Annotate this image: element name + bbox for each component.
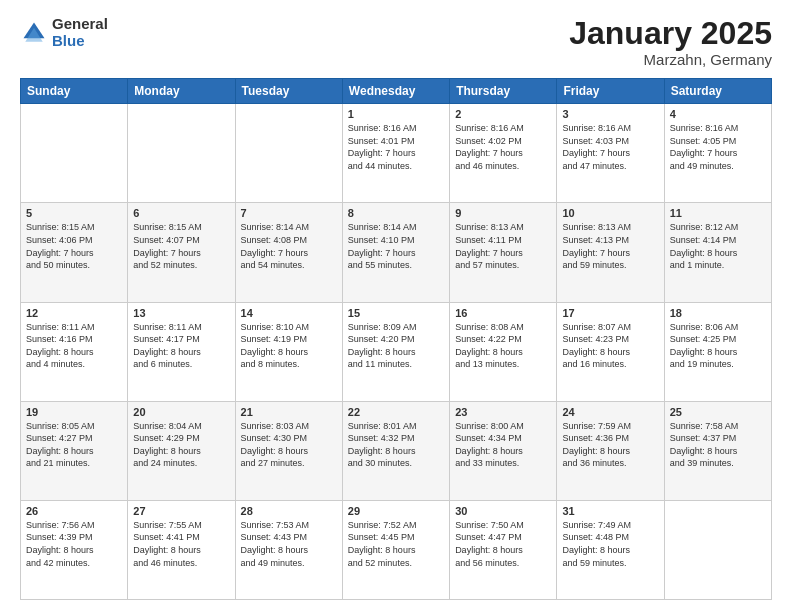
day-info: Sunrise: 8:14 AM Sunset: 4:08 PM Dayligh… [241,221,337,271]
header: General Blue January 2025 Marzahn, Germa… [20,16,772,68]
day-number: 5 [26,207,122,219]
day-info: Sunrise: 7:49 AM Sunset: 4:48 PM Dayligh… [562,519,658,569]
day-number: 14 [241,307,337,319]
day-number: 24 [562,406,658,418]
calendar-cell [235,104,342,203]
day-number: 16 [455,307,551,319]
calendar-cell: 20Sunrise: 8:04 AM Sunset: 4:29 PM Dayli… [128,401,235,500]
calendar-cell: 18Sunrise: 8:06 AM Sunset: 4:25 PM Dayli… [664,302,771,401]
calendar-cell: 25Sunrise: 7:58 AM Sunset: 4:37 PM Dayli… [664,401,771,500]
day-number: 1 [348,108,444,120]
day-info: Sunrise: 7:59 AM Sunset: 4:36 PM Dayligh… [562,420,658,470]
day-info: Sunrise: 8:13 AM Sunset: 4:13 PM Dayligh… [562,221,658,271]
title-block: January 2025 Marzahn, Germany [569,16,772,68]
calendar-cell [128,104,235,203]
day-info: Sunrise: 8:11 AM Sunset: 4:16 PM Dayligh… [26,321,122,371]
day-number: 22 [348,406,444,418]
day-info: Sunrise: 7:56 AM Sunset: 4:39 PM Dayligh… [26,519,122,569]
day-info: Sunrise: 8:11 AM Sunset: 4:17 PM Dayligh… [133,321,229,371]
day-number: 23 [455,406,551,418]
logo: General Blue [20,16,108,49]
day-number: 4 [670,108,766,120]
day-info: Sunrise: 8:01 AM Sunset: 4:32 PM Dayligh… [348,420,444,470]
day-number: 17 [562,307,658,319]
calendar-cell: 24Sunrise: 7:59 AM Sunset: 4:36 PM Dayli… [557,401,664,500]
day-number: 15 [348,307,444,319]
day-number: 19 [26,406,122,418]
day-header-sunday: Sunday [21,79,128,104]
week-row-2: 5Sunrise: 8:15 AM Sunset: 4:06 PM Daylig… [21,203,772,302]
page: General Blue January 2025 Marzahn, Germa… [0,0,792,612]
day-number: 20 [133,406,229,418]
day-number: 13 [133,307,229,319]
day-info: Sunrise: 8:14 AM Sunset: 4:10 PM Dayligh… [348,221,444,271]
calendar-cell: 13Sunrise: 8:11 AM Sunset: 4:17 PM Dayli… [128,302,235,401]
week-row-1: 1Sunrise: 8:16 AM Sunset: 4:01 PM Daylig… [21,104,772,203]
day-info: Sunrise: 7:55 AM Sunset: 4:41 PM Dayligh… [133,519,229,569]
week-row-5: 26Sunrise: 7:56 AM Sunset: 4:39 PM Dayli… [21,500,772,599]
calendar-cell: 5Sunrise: 8:15 AM Sunset: 4:06 PM Daylig… [21,203,128,302]
calendar-cell: 9Sunrise: 8:13 AM Sunset: 4:11 PM Daylig… [450,203,557,302]
day-number: 2 [455,108,551,120]
calendar-cell: 26Sunrise: 7:56 AM Sunset: 4:39 PM Dayli… [21,500,128,599]
calendar-cell: 16Sunrise: 8:08 AM Sunset: 4:22 PM Dayli… [450,302,557,401]
calendar-cell: 21Sunrise: 8:03 AM Sunset: 4:30 PM Dayli… [235,401,342,500]
day-number: 11 [670,207,766,219]
calendar-cell: 8Sunrise: 8:14 AM Sunset: 4:10 PM Daylig… [342,203,449,302]
day-header-wednesday: Wednesday [342,79,449,104]
calendar-location: Marzahn, Germany [569,51,772,68]
day-header-thursday: Thursday [450,79,557,104]
calendar-cell: 15Sunrise: 8:09 AM Sunset: 4:20 PM Dayli… [342,302,449,401]
calendar-cell [21,104,128,203]
day-number: 9 [455,207,551,219]
day-number: 29 [348,505,444,517]
logo-icon [20,19,48,47]
day-header-monday: Monday [128,79,235,104]
day-number: 26 [26,505,122,517]
calendar-cell: 30Sunrise: 7:50 AM Sunset: 4:47 PM Dayli… [450,500,557,599]
day-number: 30 [455,505,551,517]
day-info: Sunrise: 8:16 AM Sunset: 4:01 PM Dayligh… [348,122,444,172]
day-info: Sunrise: 8:15 AM Sunset: 4:06 PM Dayligh… [26,221,122,271]
day-number: 6 [133,207,229,219]
calendar-cell: 22Sunrise: 8:01 AM Sunset: 4:32 PM Dayli… [342,401,449,500]
day-info: Sunrise: 8:16 AM Sunset: 4:02 PM Dayligh… [455,122,551,172]
calendar-cell: 14Sunrise: 8:10 AM Sunset: 4:19 PM Dayli… [235,302,342,401]
calendar-cell: 19Sunrise: 8:05 AM Sunset: 4:27 PM Dayli… [21,401,128,500]
calendar-cell: 7Sunrise: 8:14 AM Sunset: 4:08 PM Daylig… [235,203,342,302]
logo-blue-text: Blue [52,33,108,50]
calendar-cell [664,500,771,599]
day-info: Sunrise: 8:15 AM Sunset: 4:07 PM Dayligh… [133,221,229,271]
calendar-cell: 17Sunrise: 8:07 AM Sunset: 4:23 PM Dayli… [557,302,664,401]
calendar-cell: 4Sunrise: 8:16 AM Sunset: 4:05 PM Daylig… [664,104,771,203]
day-info: Sunrise: 8:06 AM Sunset: 4:25 PM Dayligh… [670,321,766,371]
calendar-cell: 23Sunrise: 8:00 AM Sunset: 4:34 PM Dayli… [450,401,557,500]
day-info: Sunrise: 8:10 AM Sunset: 4:19 PM Dayligh… [241,321,337,371]
day-info: Sunrise: 8:12 AM Sunset: 4:14 PM Dayligh… [670,221,766,271]
calendar-cell: 6Sunrise: 8:15 AM Sunset: 4:07 PM Daylig… [128,203,235,302]
day-info: Sunrise: 8:16 AM Sunset: 4:05 PM Dayligh… [670,122,766,172]
day-header-tuesday: Tuesday [235,79,342,104]
day-info: Sunrise: 8:00 AM Sunset: 4:34 PM Dayligh… [455,420,551,470]
calendar-cell: 2Sunrise: 8:16 AM Sunset: 4:02 PM Daylig… [450,104,557,203]
calendar-cell: 27Sunrise: 7:55 AM Sunset: 4:41 PM Dayli… [128,500,235,599]
day-number: 8 [348,207,444,219]
day-info: Sunrise: 8:05 AM Sunset: 4:27 PM Dayligh… [26,420,122,470]
day-number: 18 [670,307,766,319]
day-number: 21 [241,406,337,418]
day-number: 7 [241,207,337,219]
calendar-cell: 3Sunrise: 8:16 AM Sunset: 4:03 PM Daylig… [557,104,664,203]
day-info: Sunrise: 8:08 AM Sunset: 4:22 PM Dayligh… [455,321,551,371]
calendar-cell: 31Sunrise: 7:49 AM Sunset: 4:48 PM Dayli… [557,500,664,599]
week-row-3: 12Sunrise: 8:11 AM Sunset: 4:16 PM Dayli… [21,302,772,401]
day-info: Sunrise: 7:53 AM Sunset: 4:43 PM Dayligh… [241,519,337,569]
logo-general-text: General [52,16,108,33]
day-info: Sunrise: 8:04 AM Sunset: 4:29 PM Dayligh… [133,420,229,470]
calendar-cell: 29Sunrise: 7:52 AM Sunset: 4:45 PM Dayli… [342,500,449,599]
day-number: 31 [562,505,658,517]
day-info: Sunrise: 8:09 AM Sunset: 4:20 PM Dayligh… [348,321,444,371]
week-row-4: 19Sunrise: 8:05 AM Sunset: 4:27 PM Dayli… [21,401,772,500]
day-info: Sunrise: 8:16 AM Sunset: 4:03 PM Dayligh… [562,122,658,172]
day-header-friday: Friday [557,79,664,104]
day-number: 25 [670,406,766,418]
